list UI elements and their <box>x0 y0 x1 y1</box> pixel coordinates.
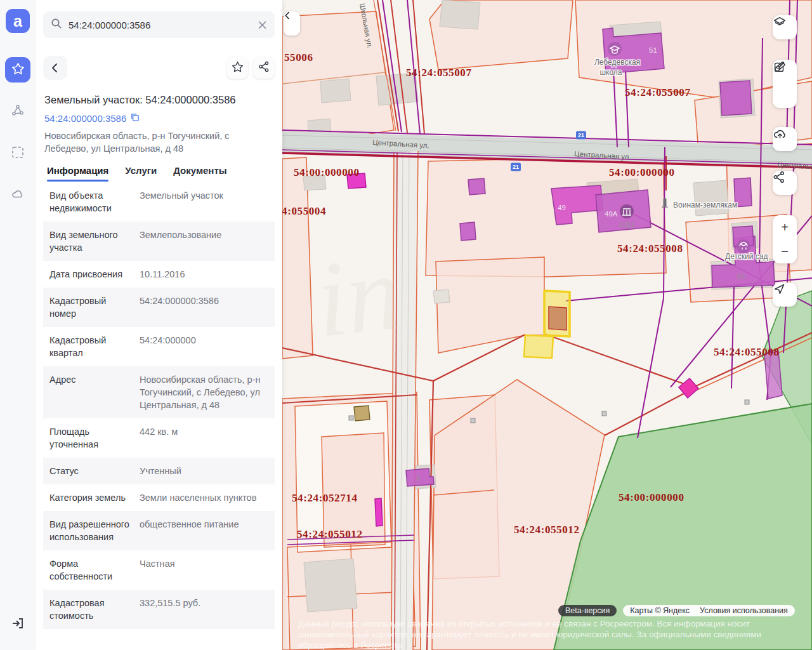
svg-text:54:24:055008: 54:24:055008 <box>714 346 780 358</box>
row-label: Вид объекта недвижимости <box>49 189 134 215</box>
svg-text:21: 21 <box>578 132 584 138</box>
svg-text:54:24:055008: 54:24:055008 <box>617 242 683 255</box>
cadastral-number-link[interactable]: 54:24:000000:3586 <box>44 112 273 124</box>
cloud-icon <box>11 187 25 204</box>
layers-control <box>773 15 797 39</box>
yandex-copyright-link[interactable]: Карты © Яндекс <box>630 606 690 615</box>
school-icon[interactable] <box>608 42 622 56</box>
object-address: Новосибирская область, р-н Тогучинский, … <box>44 129 273 155</box>
polygon-icon <box>11 103 25 120</box>
copy-icon[interactable] <box>130 112 140 124</box>
svg-text:21: 21 <box>513 164 519 170</box>
tab-2[interactable]: Документы <box>173 165 226 182</box>
row-value: Учтенный <box>134 465 272 477</box>
share-map-control <box>773 171 797 195</box>
select-area-icon <box>11 146 24 161</box>
page-title: Земельный участок: 54:24:000000:3586 <box>44 94 273 106</box>
app-logo[interactable]: a <box>6 9 30 33</box>
svg-text:49: 49 <box>558 204 566 211</box>
svg-text:54:00:000000: 54:00:000000 <box>619 491 684 503</box>
cloud-upload-button[interactable] <box>773 127 797 151</box>
selected-parcel-building <box>549 307 566 330</box>
login-icon <box>11 616 25 633</box>
row-label: Адрес <box>49 373 134 411</box>
row-value: 10.11.2016 <box>134 268 272 281</box>
table-row: Площадь уточненная442 кв. м <box>43 418 275 458</box>
row-label: Кадастровая стоимость <box>49 597 134 622</box>
svg-text:55006: 55006 <box>284 51 313 63</box>
login-button[interactable] <box>5 612 30 637</box>
locate-button[interactable] <box>773 282 797 307</box>
row-value: Частная <box>134 557 272 583</box>
star-icon <box>11 62 25 78</box>
zoom-out-button[interactable]: − <box>773 239 797 263</box>
table-row: Вид земельного участкаЗемлепользование <box>43 222 275 261</box>
sidebar-item-favorites[interactable] <box>5 57 30 83</box>
svg-text:54:24:052714: 54:24:052714 <box>292 492 358 504</box>
sidebar-item-cloud[interactable] <box>5 183 30 208</box>
row-label: Дата присвоения <box>49 268 134 281</box>
svg-text:55: 55 <box>737 272 745 280</box>
shed-building <box>354 406 370 421</box>
row-label: Вид разрешенного использования <box>49 518 134 543</box>
row-label: Кадастровый номер <box>49 295 134 320</box>
row-value: Новосибирская область, р-н Тогучинский, … <box>134 373 272 411</box>
tab-1[interactable]: Услуги <box>125 165 157 182</box>
row-value: 442 кв. м <box>134 425 272 451</box>
beta-badge: Beta-версия <box>558 605 617 616</box>
upload-control <box>773 127 797 151</box>
share-button[interactable] <box>253 57 275 79</box>
svg-text:Воинам-землякам: Воинам-землякам <box>673 201 737 209</box>
clear-search-icon[interactable] <box>258 20 267 30</box>
object-toolbar <box>43 56 275 80</box>
icon-rail: a <box>0 0 36 650</box>
row-value: 332,515.5 руб. <box>134 597 272 622</box>
tab-0[interactable]: Информация <box>47 165 108 182</box>
row-value: общественное питание <box>134 518 272 543</box>
search-input[interactable] <box>67 19 252 31</box>
svg-text:Детский сад: Детский сад <box>725 252 768 261</box>
table-row: СтатусУчтенный <box>43 458 275 484</box>
row-value: Земельный участок <box>134 189 272 215</box>
map-canvas[interactable]: in <box>282 0 812 650</box>
cadastral-number[interactable]: 54:24:000000:3586 <box>44 113 126 124</box>
terms-of-use-link[interactable]: Условия использования <box>700 606 788 615</box>
table-row: Вид объекта недвижимостиЗемельный участо… <box>43 182 275 222</box>
svg-text:Лебедевская: Лебедевская <box>594 58 640 67</box>
layers-button[interactable] <box>773 15 797 39</box>
back-button[interactable] <box>43 56 67 80</box>
svg-text:54:24:055007: 54:24:055007 <box>625 86 691 98</box>
info-table: Вид объекта недвижимостиЗемельный участо… <box>43 182 275 629</box>
zoom-in-button[interactable]: + <box>773 215 797 239</box>
row-label: Статус <box>49 465 134 477</box>
svg-text:9: 9 <box>416 474 420 482</box>
row-label: Вид земельного участка <box>49 229 134 254</box>
svg-text:51: 51 <box>649 46 657 54</box>
sidebar-item-select-area[interactable] <box>5 141 30 166</box>
collapse-panel-button[interactable] <box>284 11 300 36</box>
table-row: Кадастровая стоимость332,515.5 руб. <box>43 590 275 629</box>
share-map-button[interactable] <box>773 171 797 195</box>
table-row: Категория земельЗемли населенных пунктов <box>43 484 275 511</box>
row-value: 54:24:000000:3586 <box>134 295 272 320</box>
table-row: Кадастровый квартал54:24:000000 <box>43 327 275 366</box>
cadastral-map-app: a <box>0 0 812 650</box>
share-icon <box>258 61 270 75</box>
row-label: Форма собственности <box>49 557 134 583</box>
measure-draw-control <box>773 60 797 108</box>
culture-center-icon[interactable] <box>620 204 634 218</box>
svg-text:54:00:000000: 54:00:000000 <box>609 166 675 178</box>
sidebar-item-polygon-tool[interactable] <box>5 99 30 124</box>
locate-control <box>773 282 797 307</box>
table-row: Форма собственностиЧастная <box>43 550 275 590</box>
svg-text:школа: школа <box>599 68 622 77</box>
map-attribution: Beta-версия Карты © Яндекс Условия испол… <box>558 605 795 616</box>
favorite-button[interactable] <box>226 57 248 79</box>
kindergarten-icon[interactable] <box>737 239 750 253</box>
search-bar[interactable] <box>43 11 275 38</box>
search-icon <box>51 18 62 32</box>
table-row: АдресНовосибирская область, р-н Тогучинс… <box>43 366 275 418</box>
svg-text:24:055004: 24:055004 <box>282 205 326 217</box>
row-value: Земли населенных пунктов <box>134 491 272 504</box>
draw-button[interactable] <box>773 84 797 108</box>
